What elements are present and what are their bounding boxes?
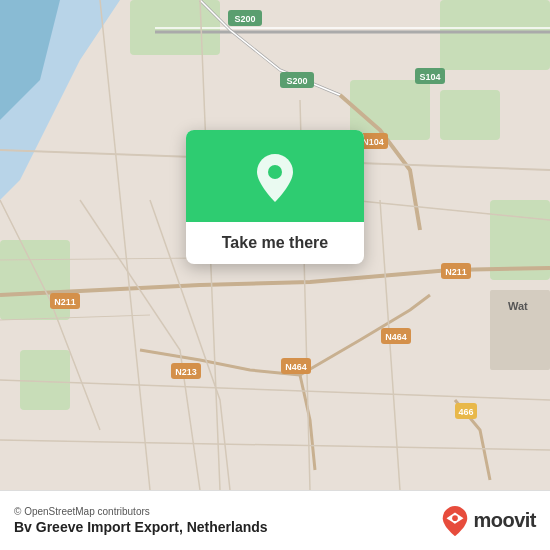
svg-rect-6 [20,350,70,410]
svg-text:S104: S104 [419,72,440,82]
svg-point-43 [453,515,459,521]
popup-pin-area [186,130,364,222]
take-me-there-button[interactable]: Take me there [222,234,328,252]
svg-text:N104: N104 [362,137,384,147]
svg-rect-4 [440,90,500,140]
svg-text:466: 466 [458,407,473,417]
svg-text:N213: N213 [175,367,197,377]
place-name: Bv Greeve Import Export, Netherlands [14,519,268,535]
svg-text:Wat: Wat [508,300,528,312]
bottom-info: © OpenStreetMap contributors Bv Greeve I… [14,506,268,535]
popup-card: Take me there [186,130,364,264]
popup-button-area[interactable]: Take me there [186,222,364,264]
svg-text:N464: N464 [385,332,407,342]
osm-credit: © OpenStreetMap contributors [14,506,268,517]
moovit-logo-text: moovit [473,509,536,532]
svg-text:N464: N464 [285,362,307,372]
svg-text:N211: N211 [445,267,467,277]
svg-text:N211: N211 [54,297,76,307]
svg-rect-2 [350,80,430,140]
bottom-bar: © OpenStreetMap contributors Bv Greeve I… [0,490,550,550]
svg-point-42 [268,165,282,179]
moovit-pin-icon [441,505,469,537]
moovit-logo: moovit [441,505,536,537]
svg-text:S200: S200 [286,76,307,86]
svg-text:S200: S200 [234,14,255,24]
map-container: S200 S200 S104 N104 N211 N211 N213 N464 … [0,0,550,490]
svg-rect-3 [440,0,550,70]
